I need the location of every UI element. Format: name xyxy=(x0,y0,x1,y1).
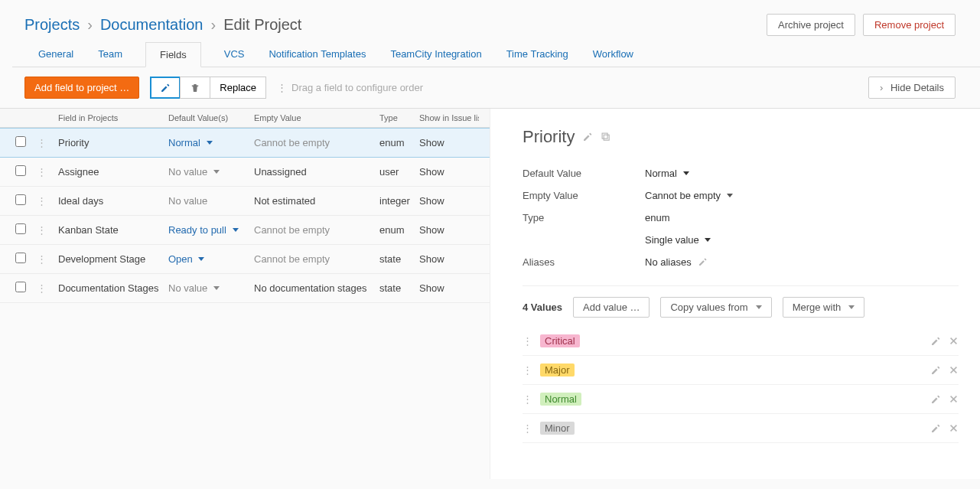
value-row: ⋮ Major xyxy=(523,356,959,385)
grip-icon[interactable]: ⋮ xyxy=(37,166,55,178)
type-label: Type xyxy=(523,212,645,223)
field-name: Documentation Stages xyxy=(55,282,168,294)
row-checkbox[interactable] xyxy=(15,282,26,292)
row-checkbox[interactable] xyxy=(15,223,26,234)
value-tag[interactable]: Critical xyxy=(540,334,580,347)
value-tag[interactable]: Major xyxy=(540,363,575,377)
field-name: Development Stage xyxy=(55,253,168,265)
tab-time-tracking[interactable]: Time Tracking xyxy=(505,42,570,67)
type-cell: state xyxy=(379,253,419,265)
edit-mode-button[interactable] xyxy=(150,77,181,99)
default-value-dropdown[interactable]: Normal xyxy=(645,168,689,179)
grip-icon[interactable]: ⋮ xyxy=(37,224,55,236)
table-row[interactable]: ⋮ Ideal days No value Not estimated inte… xyxy=(0,187,490,216)
grip-icon[interactable]: ⋮ xyxy=(523,393,532,405)
default-value-cell[interactable]: No value xyxy=(168,282,254,294)
col-empty: Empty Value xyxy=(254,113,379,122)
field-name: Kanban State xyxy=(55,224,168,236)
pencil-icon[interactable] xyxy=(582,132,593,142)
drag-hint: ⋮ Drag a field to configure order xyxy=(277,82,423,93)
type-cell: state xyxy=(379,282,419,294)
row-checkbox[interactable] xyxy=(15,165,26,176)
default-value-cell[interactable]: Normal xyxy=(168,137,254,148)
default-value-cell[interactable]: Open xyxy=(168,253,254,265)
table-row[interactable]: ⋮ Priority Normal Cannot be empty enum S… xyxy=(0,128,490,158)
svg-rect-1 xyxy=(603,133,608,139)
chevron-right-icon: › xyxy=(87,16,93,34)
show-cell: Show xyxy=(419,224,479,236)
single-value-dropdown[interactable]: Single value xyxy=(645,234,711,246)
pencil-icon[interactable] xyxy=(698,257,708,267)
breadcrumb-projects[interactable]: Projects xyxy=(24,16,80,34)
tab-vcs[interactable]: VCS xyxy=(223,42,246,67)
breadcrumb-current: Edit Project xyxy=(223,16,301,34)
grip-icon[interactable]: ⋮ xyxy=(523,364,532,376)
chevron-right-icon: › xyxy=(880,82,883,93)
archive-project-button[interactable]: Archive project xyxy=(767,14,855,36)
replace-button[interactable]: Replace xyxy=(210,77,266,99)
caret-down-icon xyxy=(848,305,855,309)
close-icon[interactable] xyxy=(949,365,959,376)
pencil-icon[interactable] xyxy=(930,365,941,376)
grip-icon[interactable]: ⋮ xyxy=(37,137,55,148)
caret-down-icon xyxy=(683,171,689,175)
table-row[interactable]: ⋮ Development Stage Open Cannot be empty… xyxy=(0,245,490,274)
field-name: Assignee xyxy=(55,166,168,178)
caret-down-icon xyxy=(727,194,733,197)
tab-team[interactable]: Team xyxy=(96,42,124,67)
hide-details-button[interactable]: › Hide Details xyxy=(868,77,956,99)
default-value-cell[interactable]: Ready to pull xyxy=(168,224,254,236)
grip-icon[interactable]: ⋮ xyxy=(37,253,55,265)
fields-table: Field in Projects Default Value(s) Empty… xyxy=(0,109,490,479)
breadcrumb-documentation[interactable]: Documentation xyxy=(100,16,203,34)
type-cell: integer xyxy=(379,195,419,207)
show-cell: Show xyxy=(419,195,479,207)
col-default: Default Value(s) xyxy=(168,113,254,122)
tab-notification-templates[interactable]: Notification Templates xyxy=(267,42,367,67)
default-value-cell: No value xyxy=(168,195,254,207)
values-count: 4 Values xyxy=(523,302,562,313)
single-value-text: Single value xyxy=(645,234,699,246)
pencil-icon[interactable] xyxy=(930,336,941,347)
empty-value-dropdown[interactable]: Cannot be empty xyxy=(645,190,733,201)
row-checkbox[interactable] xyxy=(15,194,26,205)
default-value-text: Normal xyxy=(645,168,677,179)
pencil-icon[interactable] xyxy=(930,423,941,434)
default-value-cell[interactable]: No value xyxy=(168,166,254,178)
add-value-button[interactable]: Add value … xyxy=(573,297,650,318)
tab-fields[interactable]: Fields xyxy=(145,42,201,67)
close-icon[interactable] xyxy=(949,336,959,347)
type-cell: enum xyxy=(379,137,419,148)
caret-down-icon xyxy=(233,228,239,232)
merge-with-button[interactable]: Merge with xyxy=(783,297,865,318)
close-icon[interactable] xyxy=(949,423,959,434)
row-checkbox[interactable] xyxy=(15,136,26,147)
empty-value-text: Cannot be empty xyxy=(645,190,721,201)
table-row[interactable]: ⋮ Documentation Stages No value No docum… xyxy=(0,274,490,303)
field-name: Priority xyxy=(55,137,168,148)
grip-icon[interactable]: ⋮ xyxy=(523,335,532,347)
aliases-value: No aliases xyxy=(645,256,692,268)
tab-teamcity[interactable]: TeamCity Integration xyxy=(389,42,483,67)
tab-general[interactable]: General xyxy=(37,42,75,67)
pencil-icon[interactable] xyxy=(930,394,941,405)
table-row[interactable]: ⋮ Kanban State Ready to pull Cannot be e… xyxy=(0,216,490,245)
grip-icon[interactable]: ⋮ xyxy=(523,422,532,434)
copy-values-label: Copy values from xyxy=(670,302,747,313)
show-cell: Show xyxy=(419,253,479,265)
grip-icon[interactable]: ⋮ xyxy=(37,282,55,294)
remove-project-button[interactable]: Remove project xyxy=(863,14,956,36)
grip-icon[interactable]: ⋮ xyxy=(37,195,55,207)
tab-workflow[interactable]: Workflow xyxy=(591,42,635,67)
value-tag[interactable]: Minor xyxy=(540,422,575,435)
close-icon[interactable] xyxy=(949,394,959,405)
copy-values-button[interactable]: Copy values from xyxy=(660,297,771,318)
add-field-button[interactable]: Add field to project … xyxy=(24,77,139,99)
row-checkbox[interactable] xyxy=(15,253,26,263)
empty-value-label: Empty Value xyxy=(523,190,645,201)
table-row[interactable]: ⋮ Assignee No value Unassigned user Show xyxy=(0,158,490,187)
value-tag[interactable]: Normal xyxy=(540,393,581,406)
empty-value-cell: Cannot be empty xyxy=(254,137,379,148)
copy-icon[interactable] xyxy=(601,132,611,142)
delete-mode-button[interactable] xyxy=(180,77,210,99)
